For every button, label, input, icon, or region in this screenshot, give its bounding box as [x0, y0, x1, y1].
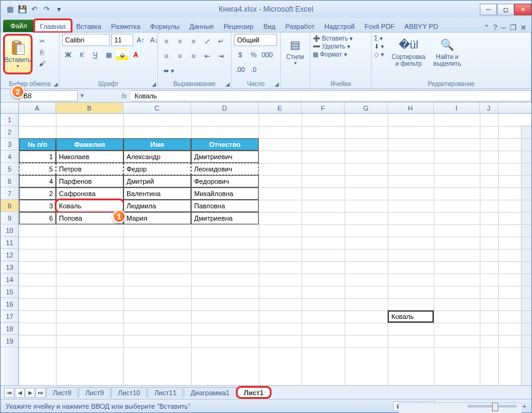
ribbon-minimize-icon[interactable]: ⌃ — [483, 23, 490, 32]
inc-decimal-icon[interactable]: .00 — [234, 63, 246, 76]
fx-icon[interactable]: fx — [117, 92, 131, 100]
qat-dropdown-icon[interactable]: ▾ — [53, 4, 65, 15]
maximize-button[interactable]: ◻ — [497, 4, 514, 15]
currency-icon[interactable]: $ — [234, 49, 246, 61]
font-size-select[interactable] — [111, 34, 133, 46]
cut-icon[interactable]: ✂ — [36, 36, 47, 46]
cell-C3[interactable]: Имя — [123, 138, 191, 151]
cell-D4[interactable]: Дмитриевич — [191, 151, 259, 163]
font-color-button[interactable]: А — [130, 49, 142, 61]
formula-input[interactable]: Коваль — [131, 90, 531, 101]
alignment-launcher-icon[interactable]: ◢ — [225, 81, 230, 87]
cells-delete-button[interactable]: ➖Удалить ▾ — [313, 43, 353, 50]
col-header-D[interactable]: D — [191, 103, 259, 113]
underline-button[interactable]: Ч — [89, 49, 101, 61]
cell-C9[interactable]: Мария — [123, 212, 191, 224]
col-header-C[interactable]: C — [123, 103, 191, 113]
mdi-minimize-icon[interactable]: ─ — [501, 23, 506, 32]
row-header-18[interactable]: 18 — [1, 323, 18, 335]
row-header-1[interactable]: 1 — [1, 114, 18, 126]
dec-decimal-icon[interactable]: .0 — [248, 63, 260, 76]
wrap-text-icon[interactable]: ↵ — [214, 35, 227, 47]
fill-button[interactable]: ⬇▾ — [374, 43, 384, 50]
row-header-6[interactable]: 6 — [1, 175, 18, 187]
paste-button[interactable]: Вставить ▾ — [3, 34, 33, 74]
row-header-4[interactable]: 4 — [1, 151, 18, 163]
row-header-14[interactable]: 14 — [1, 273, 18, 286]
align-right-icon[interactable]: ≡ — [187, 50, 200, 62]
fill-color-button[interactable]: ⬙ — [116, 49, 128, 61]
row-header-19[interactable]: 19 — [1, 335, 18, 347]
sheet-tab-Лист1[interactable]: Лист1 — [237, 387, 270, 398]
vertical-scrollbar[interactable] — [521, 125, 531, 385]
cell-A3[interactable]: № п/п — [19, 138, 56, 151]
row-header-15[interactable]: 15 — [1, 286, 18, 298]
grow-font-icon[interactable]: A↑ — [135, 34, 147, 46]
sheet-tab-Лист10[interactable]: Лист10 — [111, 387, 147, 398]
cells-area[interactable]: № п/пФамилияИмяОтчество1НиколаевАлександ… — [19, 114, 531, 385]
align-left-icon[interactable]: ≡ — [160, 50, 173, 62]
sheet-nav-last[interactable]: ⏭ — [36, 388, 45, 398]
clear-button[interactable]: ◇▾ — [374, 51, 384, 58]
find-select-button[interactable]: 🔍 Найти и выделить — [429, 34, 465, 67]
merge-button[interactable]: ⬌ ▾ — [160, 65, 178, 77]
cell-D8[interactable]: Павловна — [191, 200, 259, 212]
font-name-select[interactable] — [62, 34, 110, 46]
mdi-close-icon[interactable]: ✕ — [520, 23, 526, 32]
row-header-10[interactable]: 10 — [1, 224, 18, 237]
redo-icon[interactable]: ↷ — [41, 4, 52, 15]
col-header-A[interactable]: A — [19, 103, 56, 113]
tab-formulas[interactable]: Формулы — [145, 20, 184, 32]
col-header-J[interactable]: J — [480, 103, 498, 113]
col-header-I[interactable]: I — [434, 103, 480, 113]
align-middle-icon[interactable]: ≡ — [174, 35, 186, 47]
percent-icon[interactable]: % — [248, 49, 260, 61]
row-header-3[interactable]: 3 — [1, 138, 18, 151]
indent-dec-icon[interactable]: ⇤ — [201, 50, 213, 62]
cell-C6[interactable]: Дмитрий — [123, 175, 191, 187]
sort-filter-button[interactable]: �ül Сортировка и фильтр — [389, 34, 428, 67]
autosum-button[interactable]: Σ▾ — [374, 35, 384, 42]
cell-D9[interactable]: Дмитриевна — [191, 212, 259, 224]
cell-C4[interactable]: Александр — [123, 151, 191, 163]
cells-format-button[interactable]: ▦Формат ▾ — [313, 51, 353, 58]
zoom-in-button[interactable]: + — [523, 403, 526, 410]
clipboard-launcher-icon[interactable]: ◢ — [53, 81, 58, 87]
align-bottom-icon[interactable]: ≡ — [187, 35, 200, 47]
row-header-12[interactable]: 12 — [1, 249, 18, 261]
row-header-7[interactable]: 7 — [1, 187, 18, 200]
cell-D5[interactable]: Леонидович — [191, 163, 259, 175]
cell-B8[interactable]: Коваль — [56, 200, 123, 212]
border-button[interactable]: ▦ — [103, 49, 115, 61]
sheet-nav-prev[interactable]: ◀ — [15, 388, 25, 398]
col-header-H[interactable]: H — [388, 103, 434, 113]
close-button[interactable]: ✕ — [514, 4, 531, 15]
tab-addins[interactable]: Надстрой — [319, 20, 359, 32]
italic-button[interactable]: К — [76, 49, 88, 61]
select-all-corner[interactable] — [1, 103, 19, 113]
row-header-8[interactable]: 8 — [1, 200, 18, 212]
cell-B7[interactable]: Сафронова — [56, 187, 123, 200]
sheet-tab-Диаграмма1[interactable]: Диаграмма1 — [184, 387, 236, 398]
cell-A6[interactable]: 4 — [19, 175, 56, 187]
tab-foxit[interactable]: Foxit PDF — [359, 20, 399, 32]
number-format-select[interactable] — [234, 34, 277, 46]
row-header-5[interactable]: 5 — [1, 163, 18, 175]
row-header-11[interactable]: 11 — [1, 237, 18, 249]
cell-D6[interactable]: Федорович — [191, 175, 259, 187]
name-box[interactable]: B8 — [19, 90, 78, 101]
indent-inc-icon[interactable]: ⇥ — [214, 50, 227, 62]
comma-icon[interactable]: 000 — [261, 49, 273, 61]
sheet-tab-Лист11[interactable]: Лист11 — [147, 387, 183, 398]
row-header-16[interactable]: 16 — [1, 298, 18, 310]
cell-B3[interactable]: Фамилия — [56, 138, 123, 151]
tab-review[interactable]: Рецензир — [219, 20, 259, 32]
cell-A5[interactable]: 5 — [19, 163, 56, 175]
align-top-icon[interactable]: ≡ — [160, 35, 173, 47]
cell-B6[interactable]: Парфенов — [56, 175, 123, 187]
cell-A8[interactable]: 3 — [19, 200, 56, 212]
col-header-F[interactable]: F — [302, 103, 345, 113]
col-header-B[interactable]: B — [56, 103, 123, 113]
row-header-13[interactable]: 13 — [1, 261, 18, 273]
tab-abbyy[interactable]: ABBYY PD — [399, 20, 443, 32]
